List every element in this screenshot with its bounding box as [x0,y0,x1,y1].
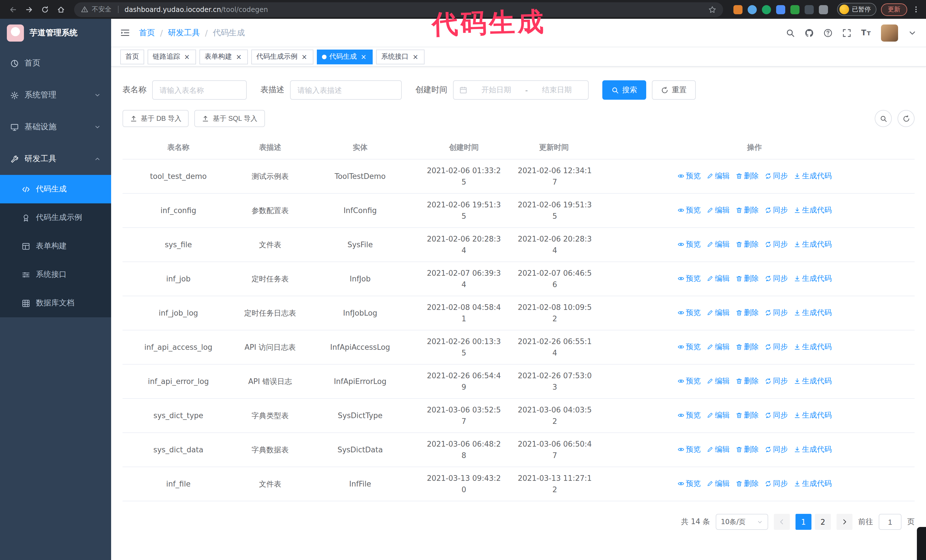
action-delete[interactable]: 删除 [735,376,759,386]
github-icon[interactable] [805,28,814,37]
sidebar-toggle-button[interactable] [120,28,130,38]
action-edit[interactable]: 编辑 [706,444,730,455]
action-edit[interactable]: 编辑 [706,171,730,181]
action-sync[interactable]: 同步 [764,478,788,489]
page-button-1[interactable]: 1 [796,514,811,530]
action-preview[interactable]: 预览 [677,307,701,318]
action-generate[interactable]: 生成代码 [793,444,832,455]
ext-orange-icon[interactable] [733,5,743,14]
action-preview[interactable]: 预览 [677,171,701,181]
action-preview[interactable]: 预览 [677,273,701,284]
action-delete[interactable]: 删除 [735,341,759,352]
reset-button[interactable]: 重置 [652,80,696,100]
fullscreen-icon[interactable] [843,28,852,37]
chevron-down-icon[interactable] [908,28,917,37]
ext-people-icon[interactable] [776,5,785,14]
action-generate[interactable]: 生成代码 [793,307,832,318]
profile-chip[interactable]: 已暂停 [837,3,876,16]
table-name-input[interactable] [152,80,247,100]
action-preview[interactable]: 预览 [677,239,701,250]
toggle-search-button[interactable] [875,110,892,127]
home-button[interactable] [54,2,68,17]
search-icon[interactable] [786,28,795,37]
create-time-range-picker[interactable]: 开始日期 - 结束日期 [453,80,589,100]
action-delete[interactable]: 删除 [735,307,759,318]
tab-close-icon[interactable]: × [412,53,419,61]
next-page-button[interactable] [837,514,852,530]
action-preview[interactable]: 预览 [677,341,701,352]
ext-translate-icon[interactable] [790,5,799,14]
view-tab[interactable]: 链路追踪× [148,49,196,64]
action-generate[interactable]: 生成代码 [793,239,832,250]
prev-page-button[interactable] [774,514,790,530]
action-sync[interactable]: 同步 [764,376,788,386]
address-bar[interactable]: 不安全 dashboard.yudao.iocoder.cn/tool/code… [74,2,723,17]
action-preview[interactable]: 预览 [677,444,701,455]
action-edit[interactable]: 编辑 [706,410,730,421]
sidebar-item-codegen-example[interactable]: 代码生成示例 [0,203,111,232]
action-delete[interactable]: 删除 [735,410,759,421]
page-size-select[interactable]: 10条/页 [716,514,768,530]
action-generate[interactable]: 生成代码 [793,376,832,386]
tab-close-icon[interactable]: × [360,53,368,61]
action-edit[interactable]: 编辑 [706,341,730,352]
sidebar-item-devtools[interactable]: 研发工具 [0,143,111,175]
action-sync[interactable]: 同步 [764,239,788,250]
update-button[interactable]: 更新 [881,3,907,16]
action-preview[interactable]: 预览 [677,205,701,216]
browser-menu-button[interactable] [911,6,920,13]
action-sync[interactable]: 同步 [764,205,788,216]
action-edit[interactable]: 编辑 [706,239,730,250]
action-edit[interactable]: 编辑 [706,205,730,216]
search-button[interactable]: 搜索 [602,80,646,100]
action-edit[interactable]: 编辑 [706,376,730,386]
action-edit[interactable]: 编辑 [706,307,730,318]
forward-button[interactable] [22,2,36,17]
action-sync[interactable]: 同步 [764,273,788,284]
action-generate[interactable]: 生成代码 [793,273,832,284]
goto-page-input[interactable] [879,514,902,530]
ext-green-check-icon[interactable] [762,5,771,14]
action-generate[interactable]: 生成代码 [793,171,832,181]
table-desc-input[interactable] [290,80,402,100]
action-generate[interactable]: 生成代码 [793,205,832,216]
font-size-icon[interactable]: TT [861,29,871,37]
import-sql-button[interactable]: 基于 SQL 导入 [195,110,265,127]
sidebar-item-infra[interactable]: 基础设施 [0,111,111,143]
sidebar-item-api[interactable]: 系统接口 [0,260,111,289]
app-logo-row[interactable]: 芋道管理系统 [0,19,111,47]
view-tab[interactable]: 代码生成示例× [251,49,313,64]
action-sync[interactable]: 同步 [764,171,788,181]
user-avatar[interactable] [881,24,898,41]
help-icon[interactable] [824,28,833,37]
sidebar-item-form-builder[interactable]: 表单构建 [0,232,111,260]
tab-close-icon[interactable]: × [183,53,191,61]
ext-dark-icon[interactable] [805,5,814,14]
view-tab[interactable]: 表单构建× [200,49,248,64]
ext-drop-icon[interactable] [747,5,757,14]
action-delete[interactable]: 删除 [735,478,759,489]
sidebar-item-codegen[interactable]: 代码生成 [0,175,111,203]
view-tab[interactable]: 代码生成× [317,49,373,64]
sidebar-item-db-doc[interactable]: 数据库文档 [0,289,111,317]
action-edit[interactable]: 编辑 [706,478,730,489]
sidebar-item-system[interactable]: 系统管理 [0,79,111,111]
action-preview[interactable]: 预览 [677,478,701,489]
action-sync[interactable]: 同步 [764,341,788,352]
bookmark-star-icon[interactable] [708,5,716,14]
reload-button[interactable] [38,2,53,17]
view-tab[interactable]: 首页 [120,49,144,64]
action-delete[interactable]: 删除 [735,444,759,455]
tab-close-icon[interactable]: × [300,53,308,61]
back-button[interactable] [6,2,21,17]
action-delete[interactable]: 删除 [735,273,759,284]
tab-close-icon[interactable]: × [235,53,243,61]
action-delete[interactable]: 删除 [735,205,759,216]
action-generate[interactable]: 生成代码 [793,478,832,489]
sidebar-item-home[interactable]: 首页 [0,47,111,79]
action-preview[interactable]: 预览 [677,410,701,421]
action-preview[interactable]: 预览 [677,376,701,386]
action-generate[interactable]: 生成代码 [793,341,832,352]
breadcrumb-item[interactable]: 研发工具 [168,28,200,38]
view-tab[interactable]: 系统接口× [376,49,425,64]
